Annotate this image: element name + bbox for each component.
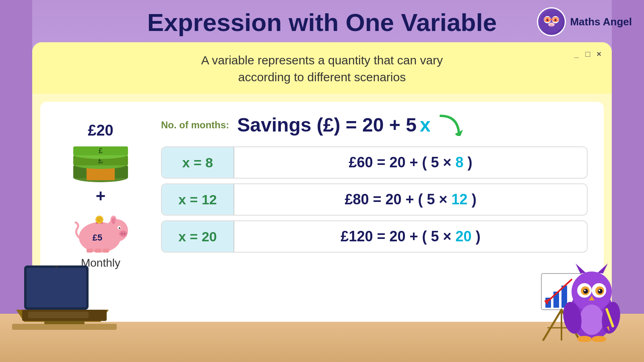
page-title: Expression with One Variable xyxy=(147,8,497,37)
row-equation-right-3: £120 = 20 + ( 5 × 20 ) xyxy=(234,221,587,252)
row-x-left-2: x = 12 xyxy=(162,184,234,215)
svg-rect-43 xyxy=(28,312,89,318)
right-panel: No. of months: Savings (£) = 20 + 5x x =… xyxy=(161,114,588,315)
svg-point-26 xyxy=(119,230,127,237)
svg-rect-40 xyxy=(27,268,86,307)
x-value-3: x = 20 xyxy=(178,229,217,245)
table-row: x = 8 £60 = 20 + ( 5 × 8 ) xyxy=(161,146,588,179)
card-header: A variable represents a quantity that ca… xyxy=(32,42,612,94)
window-controls: _ □ × xyxy=(572,49,604,60)
x-value-2: x = 12 xyxy=(178,192,217,208)
rows-table: x = 8 £60 = 20 + ( 5 × 8 ) x = 12 xyxy=(161,146,588,253)
svg-point-6 xyxy=(555,19,556,21)
logo-label: Maths Angel xyxy=(570,16,632,28)
svg-point-63 xyxy=(583,289,588,294)
row-equation-right-1: £60 = 20 + ( 5 × 8 ) xyxy=(234,147,587,178)
svg-text:£: £ xyxy=(99,147,103,155)
row-eq-1: £60 = 20 + ( 5 × 8 ) xyxy=(349,154,472,171)
svg-point-27 xyxy=(121,233,123,235)
maximize-button[interactable]: □ xyxy=(583,49,592,60)
svg-point-66 xyxy=(599,290,600,291)
minimize-button[interactable]: _ xyxy=(572,49,581,60)
row-eq-2: £80 = 20 + ( 5 × 12 ) xyxy=(345,191,476,208)
x-value-1: x = 8 xyxy=(182,155,213,171)
svg-point-41 xyxy=(55,265,58,268)
svg-rect-44 xyxy=(44,321,85,324)
svg-marker-57 xyxy=(576,263,586,274)
owl-illustration xyxy=(551,261,632,342)
main-equation: Savings (£) = 20 + 5x xyxy=(237,114,430,136)
row-x-left-3: x = 20 xyxy=(162,221,234,252)
svg-text:w: w xyxy=(550,23,553,27)
owl-icon xyxy=(551,261,632,342)
money-stack-icon: £ £ xyxy=(70,143,131,183)
logo-icon: w xyxy=(537,7,566,36)
laptop-icon xyxy=(12,261,117,342)
arrow-icon xyxy=(439,114,463,136)
subtitle: A variable represents a quantity that ca… xyxy=(48,52,596,86)
close-button[interactable]: × xyxy=(594,49,604,60)
logo-area: w Maths Angel xyxy=(537,7,632,36)
svg-point-0 xyxy=(540,10,563,33)
equation-header: No. of months: Savings (£) = 20 + 5x xyxy=(161,114,588,136)
row-eq-3: £120 = 20 + ( 5 × 20 ) xyxy=(341,228,480,245)
table-row: x = 12 £80 = 20 + ( 5 × 12 ) xyxy=(161,183,588,216)
svg-text:£5: £5 xyxy=(93,232,102,243)
card-body: £20 £ £ + xyxy=(40,102,604,322)
svg-point-65 xyxy=(584,290,586,291)
svg-rect-34 xyxy=(87,249,93,253)
svg-marker-58 xyxy=(598,263,608,274)
table-row: x = 20 £120 = 20 + ( 5 × 20 ) xyxy=(161,220,588,253)
svg-point-30 xyxy=(111,218,116,224)
row-x-left-1: x = 8 xyxy=(162,147,234,178)
plus-sign: + xyxy=(96,187,106,204)
svg-rect-45 xyxy=(12,324,117,330)
svg-point-33 xyxy=(97,217,102,222)
svg-point-68 xyxy=(580,304,604,335)
piggy-bank-icon: £5 xyxy=(72,208,129,253)
svg-point-64 xyxy=(598,289,603,294)
svg-rect-35 xyxy=(95,249,101,253)
row-equation-right-2: £80 = 20 + ( 5 × 12 ) xyxy=(234,184,587,215)
svg-point-5 xyxy=(547,19,548,21)
main-card: A variable represents a quantity that ca… xyxy=(32,42,612,322)
svg-rect-36 xyxy=(103,249,109,253)
no-months-label: No. of months: xyxy=(161,119,229,131)
svg-point-25 xyxy=(119,227,120,229)
initial-amount: £20 xyxy=(88,122,113,139)
svg-point-28 xyxy=(124,233,126,235)
svg-point-23 xyxy=(105,219,128,242)
laptop-illustration xyxy=(12,261,117,342)
